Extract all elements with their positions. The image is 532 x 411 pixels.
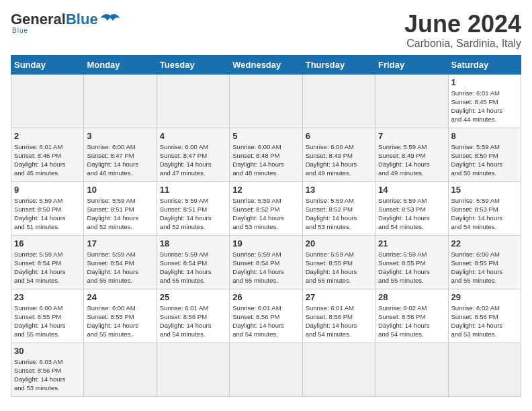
day-number: 7 <box>378 131 445 141</box>
day-info: Sunrise: 6:02 AM Sunset: 8:56 PM Dayligh… <box>378 304 445 339</box>
calendar-cell: 15Sunrise: 5:59 AM Sunset: 8:53 PM Dayli… <box>448 181 521 235</box>
day-info: Sunrise: 5:59 AM Sunset: 8:53 PM Dayligh… <box>451 196 518 232</box>
day-number: 24 <box>87 292 153 302</box>
day-info: Sunrise: 6:00 AM Sunset: 8:55 PM Dayligh… <box>14 304 81 339</box>
day-info: Sunrise: 6:01 AM Sunset: 8:56 PM Dayligh… <box>232 304 299 339</box>
day-number: 6 <box>306 131 372 141</box>
weekday-header-friday: Friday <box>375 55 448 74</box>
day-info: Sunrise: 5:59 AM Sunset: 8:55 PM Dayligh… <box>378 250 445 285</box>
day-number: 12 <box>232 185 299 195</box>
calendar-cell: 21Sunrise: 5:59 AM Sunset: 8:55 PM Dayli… <box>375 235 448 289</box>
calendar-week-row: 9Sunrise: 5:59 AM Sunset: 8:50 PM Daylig… <box>11 181 521 235</box>
day-info: Sunrise: 5:59 AM Sunset: 8:54 PM Dayligh… <box>14 250 81 285</box>
calendar-week-row: 23Sunrise: 6:00 AM Sunset: 8:55 PM Dayli… <box>11 289 521 342</box>
day-info: Sunrise: 5:59 AM Sunset: 8:51 PM Dayligh… <box>160 196 226 232</box>
day-info: Sunrise: 5:59 AM Sunset: 8:54 PM Dayligh… <box>232 250 299 285</box>
day-number: 17 <box>87 238 153 248</box>
month-title: June 2024 <box>404 11 521 38</box>
day-info: Sunrise: 5:59 AM Sunset: 8:55 PM Dayligh… <box>306 250 372 285</box>
day-info: Sunrise: 5:59 AM Sunset: 8:50 PM Dayligh… <box>451 142 518 178</box>
day-info: Sunrise: 5:59 AM Sunset: 8:49 PM Dayligh… <box>378 142 445 178</box>
calendar-cell <box>84 74 157 128</box>
calendar-cell: 28Sunrise: 6:02 AM Sunset: 8:56 PM Dayli… <box>375 289 448 342</box>
day-number: 13 <box>306 185 372 195</box>
day-info: Sunrise: 6:01 AM Sunset: 8:45 PM Dayligh… <box>451 89 518 124</box>
logo-underline: Blue <box>12 27 28 34</box>
day-info: Sunrise: 6:01 AM Sunset: 8:56 PM Dayligh… <box>306 304 372 339</box>
day-number: 26 <box>232 292 299 302</box>
calendar-cell: 4Sunrise: 6:00 AM Sunset: 8:47 PM Daylig… <box>157 128 229 181</box>
calendar-cell: 25Sunrise: 6:01 AM Sunset: 8:56 PM Dayli… <box>157 289 229 342</box>
day-number: 8 <box>451 131 518 141</box>
calendar-cell: 11Sunrise: 5:59 AM Sunset: 8:51 PM Dayli… <box>157 181 229 235</box>
day-info: Sunrise: 6:00 AM Sunset: 8:55 PM Dayligh… <box>87 304 153 339</box>
calendar-cell: 12Sunrise: 5:59 AM Sunset: 8:52 PM Dayli… <box>230 181 302 235</box>
calendar-cell <box>448 342 521 396</box>
weekday-header-sunday: Sunday <box>11 55 84 74</box>
day-number: 10 <box>87 185 153 195</box>
day-info: Sunrise: 6:00 AM Sunset: 8:47 PM Dayligh… <box>87 142 153 178</box>
calendar-week-row: 16Sunrise: 5:59 AM Sunset: 8:54 PM Dayli… <box>11 235 521 289</box>
calendar-cell <box>302 74 375 128</box>
calendar-cell <box>157 74 229 128</box>
calendar-cell: 30Sunrise: 6:03 AM Sunset: 8:56 PM Dayli… <box>11 342 84 396</box>
calendar-cell <box>11 74 84 128</box>
day-info: Sunrise: 6:00 AM Sunset: 8:48 PM Dayligh… <box>232 142 299 178</box>
day-info: Sunrise: 6:01 AM Sunset: 8:46 PM Dayligh… <box>14 142 81 178</box>
calendar-cell: 3Sunrise: 6:00 AM Sunset: 8:47 PM Daylig… <box>84 128 157 181</box>
calendar-cell: 22Sunrise: 6:00 AM Sunset: 8:55 PM Dayli… <box>448 235 521 289</box>
calendar-cell: 9Sunrise: 5:59 AM Sunset: 8:50 PM Daylig… <box>11 181 84 235</box>
logo-general-text: General <box>11 11 66 28</box>
calendar-cell: 13Sunrise: 5:59 AM Sunset: 8:52 PM Dayli… <box>302 181 375 235</box>
calendar-cell: 16Sunrise: 5:59 AM Sunset: 8:54 PM Dayli… <box>11 235 84 289</box>
weekday-header-monday: Monday <box>84 55 157 74</box>
day-number: 29 <box>451 292 518 302</box>
calendar-cell: 1Sunrise: 6:01 AM Sunset: 8:45 PM Daylig… <box>448 74 521 128</box>
header: General Blue Blue June 2024 Carbonia, Sa… <box>11 11 521 50</box>
day-info: Sunrise: 5:59 AM Sunset: 8:52 PM Dayligh… <box>232 196 299 232</box>
calendar-cell: 29Sunrise: 6:02 AM Sunset: 8:56 PM Dayli… <box>448 289 521 342</box>
calendar-cell: 7Sunrise: 5:59 AM Sunset: 8:49 PM Daylig… <box>375 128 448 181</box>
calendar-week-row: 2Sunrise: 6:01 AM Sunset: 8:46 PM Daylig… <box>11 128 521 181</box>
day-number: 25 <box>160 292 226 302</box>
day-number: 15 <box>451 185 518 195</box>
calendar-cell: 17Sunrise: 5:59 AM Sunset: 8:54 PM Dayli… <box>84 235 157 289</box>
calendar-cell: 24Sunrise: 6:00 AM Sunset: 8:55 PM Dayli… <box>84 289 157 342</box>
day-number: 23 <box>14 292 81 302</box>
day-number: 11 <box>160 185 226 195</box>
calendar-cell <box>375 342 448 396</box>
logo: General Blue Blue <box>11 11 120 34</box>
day-number: 18 <box>160 238 226 248</box>
calendar-cell <box>230 74 302 128</box>
day-info: Sunrise: 5:59 AM Sunset: 8:51 PM Dayligh… <box>87 196 153 232</box>
calendar-cell <box>157 342 229 396</box>
title-area: June 2024 Carbonia, Sardinia, Italy <box>404 11 521 50</box>
calendar-cell: 19Sunrise: 5:59 AM Sunset: 8:54 PM Dayli… <box>230 235 302 289</box>
weekday-header-saturday: Saturday <box>448 55 521 74</box>
day-number: 14 <box>378 185 445 195</box>
day-number: 20 <box>306 238 372 248</box>
day-info: Sunrise: 5:59 AM Sunset: 8:54 PM Dayligh… <box>87 250 153 285</box>
calendar-cell: 23Sunrise: 6:00 AM Sunset: 8:55 PM Dayli… <box>11 289 84 342</box>
day-number: 30 <box>14 346 81 356</box>
day-number: 27 <box>306 292 372 302</box>
day-number: 19 <box>232 238 299 248</box>
day-info: Sunrise: 5:59 AM Sunset: 8:54 PM Dayligh… <box>160 250 226 285</box>
calendar-cell: 20Sunrise: 5:59 AM Sunset: 8:55 PM Dayli… <box>302 235 375 289</box>
calendar-table: SundayMondayTuesdayWednesdayThursdayFrid… <box>11 55 521 397</box>
weekday-header-thursday: Thursday <box>302 55 375 74</box>
logo-bird-icon <box>101 13 120 26</box>
weekday-header-wednesday: Wednesday <box>230 55 302 74</box>
calendar-cell <box>375 74 448 128</box>
calendar-cell: 14Sunrise: 5:59 AM Sunset: 8:53 PM Dayli… <box>375 181 448 235</box>
day-number: 3 <box>87 131 153 141</box>
calendar-cell: 18Sunrise: 5:59 AM Sunset: 8:54 PM Dayli… <box>157 235 229 289</box>
day-number: 16 <box>14 238 81 248</box>
logo-blue-text: Blue <box>66 11 98 28</box>
day-info: Sunrise: 5:59 AM Sunset: 8:53 PM Dayligh… <box>378 196 445 232</box>
day-info: Sunrise: 6:00 AM Sunset: 8:49 PM Dayligh… <box>306 142 372 178</box>
weekday-header-tuesday: Tuesday <box>157 55 229 74</box>
calendar-cell: 5Sunrise: 6:00 AM Sunset: 8:48 PM Daylig… <box>230 128 302 181</box>
calendar-cell <box>230 342 302 396</box>
day-number: 2 <box>14 131 81 141</box>
